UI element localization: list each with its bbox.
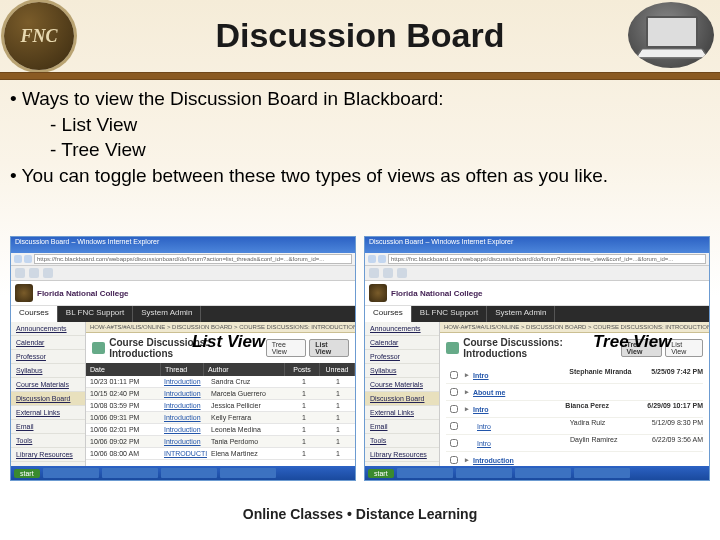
tree-row[interactable]: ▸IntroStephanie Miranda5/25/09 7:42 PM <box>446 367 703 384</box>
college-logo-small <box>15 284 33 302</box>
threads-tree: ▸IntroStephanie Miranda5/25/09 7:42 PM▸A… <box>440 363 709 466</box>
screenshot-pair: Discussion Board – Windows Internet Expl… <box>10 236 710 481</box>
col-posts[interactable]: Posts <box>285 363 320 376</box>
nav-tab[interactable]: BL FNC Support <box>58 306 133 322</box>
sidebar-item[interactable]: Tools <box>11 434 85 448</box>
table-row[interactable]: 10/08 03:59 PMIntroductionJessica Pellic… <box>86 400 355 412</box>
forward-icon[interactable] <box>378 255 386 263</box>
row-checkbox[interactable] <box>450 388 458 396</box>
nav-tabs: CoursesBL FNC SupportSystem Admin <box>365 306 709 322</box>
back-icon[interactable] <box>368 255 376 263</box>
home-icon[interactable] <box>383 268 393 278</box>
tree-row[interactable]: ▸About me <box>446 384 703 401</box>
task-button[interactable] <box>515 468 571 478</box>
threads-table: Date Thread Author Posts Unread 10/23 01… <box>86 363 355 466</box>
window-title: Discussion Board – Windows Internet Expl… <box>11 237 355 253</box>
url-field[interactable]: https://fnc.blackboard.com/webapps/discu… <box>34 254 352 264</box>
col-thread[interactable]: Thread <box>161 363 204 376</box>
expand-icon[interactable]: ▸ <box>465 456 469 464</box>
sidebar-item[interactable]: Professor <box>11 350 85 364</box>
favorites-icon[interactable] <box>369 268 379 278</box>
list-view-button[interactable]: List View <box>309 339 349 357</box>
col-unread[interactable]: Unread <box>320 363 355 376</box>
taskbar: start <box>11 466 355 480</box>
col-date[interactable]: Date <box>86 363 161 376</box>
sidebar-item[interactable]: Discussion Board <box>365 392 439 406</box>
forum-icon <box>446 342 459 354</box>
tree-row[interactable]: IntroDaylin Ramirez6/22/09 3:56 AM <box>446 435 703 452</box>
sidebar-item[interactable]: Announcements <box>11 322 85 336</box>
task-button[interactable] <box>574 468 630 478</box>
table-row[interactable]: 10/06 09:02 PMIntroductionTania Perdomo1… <box>86 436 355 448</box>
tree-row[interactable]: IntroYadira Ruiz5/12/09 8:30 PM <box>446 418 703 435</box>
forward-icon[interactable] <box>24 255 32 263</box>
college-logo-small <box>369 284 387 302</box>
forum-icon <box>92 342 105 354</box>
task-button[interactable] <box>220 468 276 478</box>
address-bar[interactable]: https://fnc.blackboard.com/webapps/discu… <box>365 253 709 266</box>
sidebar-item[interactable]: Email <box>365 420 439 434</box>
sidebar-item[interactable]: Syllabus <box>365 364 439 378</box>
tree-row[interactable]: ▸Introduction <box>446 452 703 466</box>
bullet-toggle: • You can toggle between these two types… <box>10 163 710 189</box>
start-button[interactable]: start <box>14 469 40 478</box>
sidebar-item[interactable]: Library Resources <box>11 448 85 462</box>
row-checkbox[interactable] <box>450 456 458 464</box>
sidebar-item[interactable]: Email <box>11 420 85 434</box>
table-row[interactable]: 10/06 08:00 AMINTRODUCTIONElena Martinez… <box>86 448 355 460</box>
sidebar-item[interactable]: External Links <box>11 406 85 420</box>
back-icon[interactable] <box>14 255 22 263</box>
college-banner: Florida National College <box>11 281 355 306</box>
nav-tab[interactable]: System Admin <box>487 306 555 322</box>
print-icon[interactable] <box>43 268 53 278</box>
browser-toolbar <box>365 266 709 281</box>
home-icon[interactable] <box>29 268 39 278</box>
sidebar-item[interactable]: Announcements <box>365 322 439 336</box>
tree-view-button[interactable]: Tree View <box>266 339 307 357</box>
sidebar-item[interactable]: Discussion Board <box>11 392 85 406</box>
sidebar-item[interactable]: Library Resources <box>365 448 439 462</box>
url-field[interactable]: https://fnc.blackboard.com/webapps/discu… <box>388 254 706 264</box>
table-row[interactable]: 10/15 02:40 PMIntroductionMarcela Guerre… <box>86 388 355 400</box>
expand-icon[interactable]: ▸ <box>465 405 469 413</box>
tree-row[interactable]: ▸IntroBianca Perez6/29/09 10:17 PM <box>446 401 703 418</box>
nav-tab[interactable]: Courses <box>11 306 58 322</box>
task-button[interactable] <box>397 468 453 478</box>
nav-tabs: CoursesBL FNC SupportSystem Admin <box>11 306 355 322</box>
sidebar-item[interactable]: Calendar <box>365 336 439 350</box>
sidebar-item[interactable]: Professor <box>365 350 439 364</box>
col-author[interactable]: Author <box>204 363 285 376</box>
nav-tab[interactable]: System Admin <box>133 306 201 322</box>
sidebar-item[interactable]: Course Materials <box>11 378 85 392</box>
table-row[interactable]: 10/06 02:01 PMIntroductionLeonela Medina… <box>86 424 355 436</box>
row-checkbox[interactable] <box>450 422 458 430</box>
task-button[interactable] <box>102 468 158 478</box>
laptop-icon <box>628 2 714 68</box>
nav-tab[interactable]: BL FNC Support <box>412 306 487 322</box>
start-button[interactable]: start <box>368 469 394 478</box>
table-row[interactable]: 10/23 01:11 PMIntroductionSandra Cruz11 <box>86 376 355 388</box>
table-row[interactable]: 10/06 09:31 PMIntroductionKelly Ferrara1… <box>86 412 355 424</box>
favorites-icon[interactable] <box>15 268 25 278</box>
browser-toolbar <box>11 266 355 281</box>
print-icon[interactable] <box>397 268 407 278</box>
task-button[interactable] <box>43 468 99 478</box>
sidebar-item[interactable]: Calendar <box>11 336 85 350</box>
expand-icon[interactable]: ▸ <box>465 388 469 396</box>
expand-icon[interactable]: ▸ <box>465 371 469 379</box>
row-checkbox[interactable] <box>450 405 458 413</box>
bullet-ways: • Ways to view the Discussion Board in B… <box>10 86 710 112</box>
row-checkbox[interactable] <box>450 371 458 379</box>
nav-tab[interactable]: Courses <box>365 306 412 322</box>
college-name: Florida National College <box>391 289 483 298</box>
task-button[interactable] <box>161 468 217 478</box>
task-button[interactable] <box>456 468 512 478</box>
sidebar-item[interactable]: Tools <box>365 434 439 448</box>
sidebar-item[interactable]: Syllabus <box>11 364 85 378</box>
row-checkbox[interactable] <box>450 439 458 447</box>
title-divider <box>0 72 720 80</box>
sidebar-item[interactable]: Course Materials <box>365 378 439 392</box>
sidebar-item[interactable]: External Links <box>365 406 439 420</box>
subbullet-tree: - Tree View <box>10 137 710 163</box>
address-bar[interactable]: https://fnc.blackboard.com/webapps/discu… <box>11 253 355 266</box>
